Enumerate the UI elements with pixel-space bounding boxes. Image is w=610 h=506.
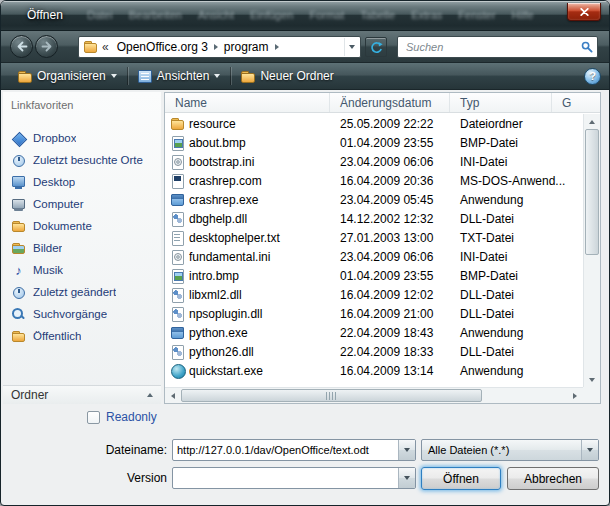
breadcrumb-separator-icon[interactable] — [214, 44, 218, 50]
column-header-1[interactable]: Änderungsdatum — [330, 93, 450, 112]
folders-expander[interactable]: Ordner — [3, 385, 161, 404]
sidebar-item-public[interactable]: Öffentlich — [3, 325, 161, 347]
chevron-down-icon — [111, 74, 117, 78]
column-header-3[interactable]: G — [552, 93, 600, 112]
file-row[interactable]: intro.bmp01.04.2009 23:55BMP-Datei — [165, 266, 583, 285]
horizontal-scrollbar[interactable] — [165, 387, 583, 403]
file-icon-cell — [165, 288, 189, 302]
refresh-button[interactable] — [365, 37, 387, 57]
sidebar-item-pictures[interactable]: Bilder — [3, 237, 161, 259]
background-menu-item: Format — [309, 9, 344, 21]
file-row[interactable]: bootstrap.ini23.04.2009 06:06INI-Datei — [165, 152, 583, 171]
search-input[interactable] — [404, 40, 581, 54]
vertical-scrollbar[interactable] — [583, 114, 600, 387]
search-box[interactable] — [397, 36, 598, 58]
open-button[interactable]: Öffnen — [421, 467, 501, 490]
sidebar-item-dropbox[interactable]: Dropbox — [3, 127, 161, 149]
breadcrumb[interactable]: « OpenOffice.org 3 program — [78, 36, 361, 58]
back-arrow-icon — [16, 41, 28, 52]
file-type: DLL-Datei — [450, 288, 552, 302]
file-row[interactable]: quickstart.exe16.04.2009 13:14Anwendung — [165, 361, 583, 380]
sidebar-item-recently-changed[interactable]: Zuletzt geändert — [3, 281, 161, 303]
file-modified-date: 22.04.2009 18:43 — [330, 326, 450, 340]
sidebar-item-recent-places[interactable]: Zuletzt besuchte Orte — [3, 149, 161, 171]
file-name: about.bmp — [189, 136, 330, 150]
new-folder-label: Neuer Ordner — [260, 69, 333, 83]
file-name: crashrep.com — [189, 174, 330, 188]
file-row[interactable]: crashrep.com16.04.2009 20:36MS-DOS-Anwen… — [165, 171, 583, 190]
folders-label: Ordner — [11, 388, 48, 402]
scroll-up-button[interactable] — [584, 114, 600, 129]
search-icon[interactable] — [581, 41, 593, 53]
readonly-checkbox[interactable] — [87, 411, 100, 424]
file-row[interactable]: python.exe22.04.2009 18:43Anwendung — [165, 323, 583, 342]
sidebar-item-computer[interactable]: Computer — [3, 193, 161, 215]
organize-button[interactable]: Organisieren — [11, 65, 124, 87]
file-modified-date: 16.04.2009 12:02 — [330, 288, 450, 302]
version-dropdown-button[interactable] — [398, 468, 415, 488]
sidebar-item-desktop[interactable]: Desktop — [3, 171, 161, 193]
organize-folder-icon — [18, 70, 32, 83]
version-combobox[interactable] — [172, 467, 416, 489]
file-icon-cell — [165, 212, 189, 226]
file-row[interactable]: crashrep.exe23.04.2009 05:45Anwendung — [165, 190, 583, 209]
txt-icon — [170, 231, 185, 245]
dll-icon — [170, 307, 185, 321]
file-icon-cell — [165, 269, 189, 283]
file-icon-cell — [165, 136, 189, 150]
close-button[interactable] — [567, 3, 601, 21]
filename-combobox[interactable] — [172, 439, 416, 461]
cancel-button[interactable]: Abbrechen — [507, 467, 599, 490]
sidebar-item-searches[interactable]: Suchvorgänge — [3, 303, 161, 325]
file-icon-cell — [165, 250, 189, 264]
file-name: bootstrap.ini — [189, 155, 330, 169]
file-name: python26.dll — [189, 345, 330, 359]
filename-input[interactable] — [173, 444, 398, 456]
file-list-body: resource25.05.2009 22:22Dateiordnerabout… — [165, 114, 583, 387]
horizontal-scroll-thumb[interactable] — [181, 389, 482, 402]
dll-icon — [170, 288, 185, 302]
help-button[interactable]: ? — [584, 68, 601, 85]
filename-dropdown-button[interactable] — [398, 440, 415, 460]
breadcrumb-segment-openoffice[interactable]: OpenOffice.org 3 — [113, 38, 212, 56]
scroll-right-button[interactable] — [567, 388, 583, 403]
filetype-dropdown-button[interactable] — [581, 440, 598, 460]
sidebar-item-documents[interactable]: Dokumente — [3, 215, 161, 237]
background-menu-item: Ansicht — [198, 9, 234, 21]
favorites-sidebar: Linkfavoriten DropboxZuletzt besuchte Or… — [3, 92, 161, 404]
file-row[interactable]: fundamental.ini23.04.2009 06:06INI-Datei — [165, 247, 583, 266]
column-header-2[interactable]: Typ — [450, 93, 552, 112]
vertical-scroll-thumb[interactable] — [585, 129, 599, 255]
sidebar-item-music[interactable]: ♪Musik — [3, 259, 161, 281]
file-modified-date: 27.01.2003 13:00 — [330, 231, 450, 245]
filetype-combobox[interactable]: Alle Dateien (*.*) — [421, 439, 599, 461]
version-label: Version — [67, 471, 167, 485]
file-icon-cell — [165, 307, 189, 321]
quickstart-icon — [170, 364, 185, 378]
views-button[interactable]: Ansichten — [131, 65, 228, 87]
file-row[interactable]: npsoplugin.dll16.04.2009 21:00DLL-Datei — [165, 304, 583, 323]
back-button[interactable] — [10, 35, 33, 58]
file-row[interactable]: python26.dll22.04.2009 18:33DLL-Datei — [165, 342, 583, 361]
forward-button[interactable] — [35, 35, 58, 58]
file-row[interactable]: about.bmp01.04.2009 23:55BMP-Datei — [165, 133, 583, 152]
file-row[interactable]: desktophelper.txt27.01.2003 13:00TXT-Dat… — [165, 228, 583, 247]
background-menu-item: Fenster — [458, 9, 495, 21]
new-folder-button[interactable]: Neuer Ordner — [234, 65, 340, 87]
file-row[interactable]: resource25.05.2009 22:22Dateiordner — [165, 114, 583, 133]
breadcrumb-overflow-chevrons[interactable]: « — [102, 40, 109, 54]
filename-label: Dateiname: — [67, 443, 167, 457]
breadcrumb-segment-program[interactable]: program — [220, 38, 273, 56]
folder-icon — [170, 117, 185, 131]
file-row[interactable]: dbghelp.dll14.12.2002 12:32DLL-Datei — [165, 209, 583, 228]
titlebar[interactable]: DateiBearbeitenAnsichtEinfügenFormatTabe… — [1, 1, 609, 31]
breadcrumb-separator-icon[interactable] — [275, 44, 279, 50]
scroll-down-button[interactable] — [584, 372, 600, 387]
column-header-0[interactable]: Name — [165, 93, 330, 112]
file-row[interactable]: libxml2.dll16.04.2009 12:02DLL-Datei — [165, 285, 583, 304]
dll-icon — [170, 345, 185, 359]
scroll-left-button[interactable] — [165, 388, 181, 403]
breadcrumb-history-dropdown[interactable] — [344, 38, 358, 56]
readonly-label[interactable]: Readonly — [106, 410, 157, 424]
file-icon-cell — [165, 364, 189, 378]
